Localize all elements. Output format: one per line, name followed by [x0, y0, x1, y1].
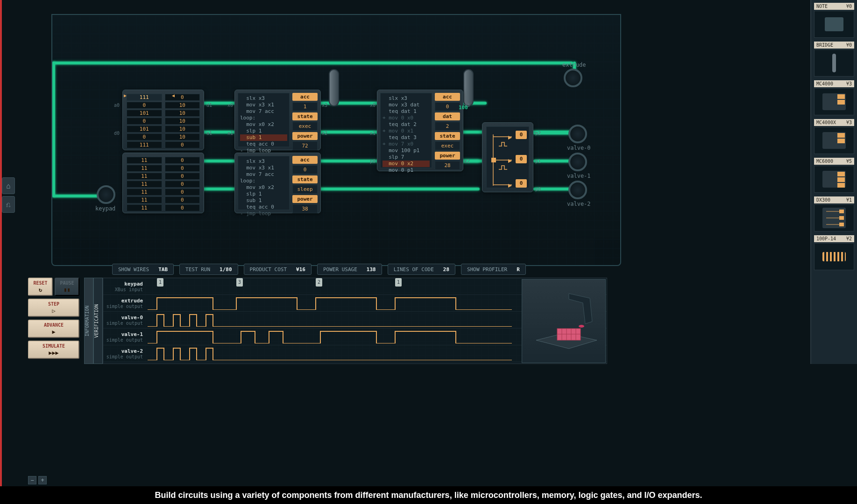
code-line[interactable]: mov x3 x1: [240, 165, 287, 171]
code-line[interactable]: slp 7: [382, 154, 430, 161]
memory-cell[interactable]: 111: [127, 94, 162, 101]
part-item[interactable]: MC4000X¥3: [814, 119, 854, 154]
part-price: ¥3: [846, 81, 852, 86]
mc-chip-3[interactable]: slx x3 mov x3 dat teq dat 1+ mov 0 x0 te…: [377, 90, 463, 171]
memory-cell[interactable]: 10: [165, 118, 200, 125]
expander-chip[interactable]: 0 0 0: [482, 122, 533, 192]
track-valve-0-name: valve-0: [103, 315, 143, 321]
memory-cell[interactable]: 0: [165, 181, 200, 188]
pause-button[interactable]: PAUSE▮▮: [55, 278, 79, 296]
code-line[interactable]: slp 1: [240, 191, 287, 197]
parts-tray[interactable]: NOTE¥0BRIDGE¥0MC4000¥3MC4000X¥3MC6000¥5D…: [810, 0, 857, 364]
memory-cell[interactable]: 10: [165, 126, 200, 133]
code-line[interactable]: + mov 0 x0: [382, 115, 430, 121]
memory-cell[interactable]: 11: [127, 165, 162, 172]
memory-cell[interactable]: 0: [165, 173, 200, 180]
bridge-2[interactable]: [463, 69, 474, 106]
track-valve-2-name: valve-2: [103, 348, 143, 354]
simulate-button[interactable]: SIMULATE▶▶▶: [28, 341, 79, 359]
memory-cell[interactable]: 111: [127, 141, 162, 148]
part-item[interactable]: MC4000¥3: [814, 80, 854, 115]
part-item[interactable]: DX300¥1: [814, 196, 854, 231]
memory-cell[interactable]: 101: [127, 126, 162, 133]
code-line[interactable]: + mov 7 x0: [382, 141, 430, 147]
xbus-marker: 3: [236, 278, 243, 287]
memory-cell[interactable]: 0: [165, 189, 200, 196]
code-line[interactable]: slp 1: [240, 128, 287, 134]
mc-chip-2[interactable]: slx x3 mov x3 x1 mov 7 accloop: mov x0 x…: [234, 153, 321, 213]
code-line[interactable]: slx x3: [382, 95, 430, 102]
part-item[interactable]: MC6000¥5: [814, 158, 854, 193]
code-line[interactable]: teq dat 2: [382, 121, 430, 128]
memory-cell[interactable]: 11: [127, 204, 162, 211]
memory-cell[interactable]: 0: [165, 157, 200, 164]
part-price: ¥2: [846, 236, 852, 241]
memory-cell[interactable]: 11: [127, 189, 162, 196]
mc-chip-1[interactable]: slx x3 mov x3 x1 mov 7 accloop: mov x0 x…: [234, 90, 321, 150]
bridge-1[interactable]: [329, 69, 339, 106]
memory-chip-2[interactable]: 11111111111111 0000000: [122, 153, 204, 213]
memory-cell[interactable]: 0: [127, 118, 162, 125]
code-line[interactable]: mov 0 p1: [382, 167, 430, 174]
memory-cell[interactable]: 0: [127, 102, 162, 109]
part-item[interactable]: BRIDGE¥0: [814, 42, 854, 77]
verification-tab[interactable]: VERIFICATION: [93, 278, 103, 364]
code-line[interactable]: teq acc 0: [240, 141, 287, 147]
memory-cell[interactable]: 0: [165, 94, 200, 101]
code-line[interactable]: mov x3 dat: [382, 102, 430, 108]
part-item[interactable]: NOTE¥0: [814, 3, 854, 38]
memory-cell[interactable]: 0: [165, 141, 200, 148]
memory-cell[interactable]: 0: [127, 133, 162, 140]
code-editor-1[interactable]: slx x3 mov x3 x1 mov 7 accloop: mov x0 x…: [238, 93, 290, 147]
code-line[interactable]: mov 7 acc: [240, 171, 287, 178]
show-wires-toggle[interactable]: SHOW WIRESTAB: [112, 264, 174, 275]
code-line[interactable]: mov x0 x2: [240, 121, 287, 128]
code-line[interactable]: + mov 0 x1: [382, 128, 430, 134]
code-editor-2[interactable]: slx x3 mov x3 x1 mov 7 accloop: mov x0 x…: [238, 156, 290, 210]
zoom-in-button[interactable]: +: [38, 476, 47, 484]
code-line[interactable]: slx x3: [240, 158, 287, 165]
memory-cell[interactable]: 101: [127, 110, 162, 117]
memory-cell[interactable]: 11: [127, 173, 162, 180]
zoom-out-button[interactable]: −: [28, 476, 36, 484]
memory-chip-1[interactable]: ▶ ◀ 111010101010111 010101010100: [122, 90, 204, 150]
memory-cell[interactable]: 10: [165, 133, 200, 140]
memory-cell[interactable]: 10: [165, 102, 200, 109]
memory-cell[interactable]: 11: [127, 181, 162, 188]
code-line[interactable]: mov x0 x2: [240, 184, 287, 191]
memory-cell[interactable]: 11: [127, 196, 162, 203]
code-line[interactable]: teq dat 1: [382, 108, 430, 115]
code-line[interactable]: teq dat 3: [382, 134, 430, 141]
signal-tracks[interactable]: keypadXBus input 1321 extrudesimple outp…: [103, 278, 607, 364]
code-line[interactable]: loop:: [240, 178, 287, 184]
memory-cell[interactable]: 0: [165, 196, 200, 203]
code-line[interactable]: mov 0 x2: [382, 161, 430, 167]
memory-cell[interactable]: 0: [165, 204, 200, 211]
information-tab[interactable]: INFORMATION: [84, 278, 93, 364]
memory-cell[interactable]: 11: [127, 157, 162, 164]
reg-state-label: state: [292, 112, 318, 120]
home-button[interactable]: ⌂: [2, 177, 15, 194]
code-line[interactable]: mov x3 x1: [240, 102, 287, 108]
code-line[interactable]: loop:: [240, 115, 287, 121]
reset-button[interactable]: RESET↻: [28, 278, 53, 296]
memory-cell[interactable]: 10: [165, 110, 200, 117]
code-line[interactable]: teq acc 0: [240, 204, 287, 210]
memory-cell[interactable]: 0: [165, 165, 200, 172]
circuit-canvas[interactable]: keypad extrude valve-0 valve-1 valve-2 ▶…: [51, 14, 621, 266]
code-line[interactable]: - jmp loop: [240, 210, 287, 217]
code-line[interactable]: slx x3: [240, 95, 287, 102]
part-item[interactable]: 100P-14¥2: [814, 235, 854, 270]
advance-button[interactable]: ADVANCE▶: [28, 320, 79, 338]
code-editor-3[interactable]: slx x3 mov x3 dat teq dat 1+ mov 0 x0 te…: [380, 93, 432, 168]
step-button[interactable]: STEP▷: [28, 299, 79, 317]
code-line[interactable]: mov 100 p1: [382, 147, 430, 154]
show-profiler-toggle[interactable]: SHOW PROFILERR: [461, 264, 526, 275]
code-line[interactable]: mov 7 acc: [240, 108, 287, 115]
port-valve-1: [568, 153, 587, 171]
back-button[interactable]: ⎌: [2, 196, 15, 213]
svg-rect-18: [839, 223, 844, 226]
code-line[interactable]: sub 1: [240, 134, 287, 141]
test-run-stat: TEST RUN1/80: [179, 264, 238, 275]
code-line[interactable]: sub 1: [240, 197, 287, 204]
